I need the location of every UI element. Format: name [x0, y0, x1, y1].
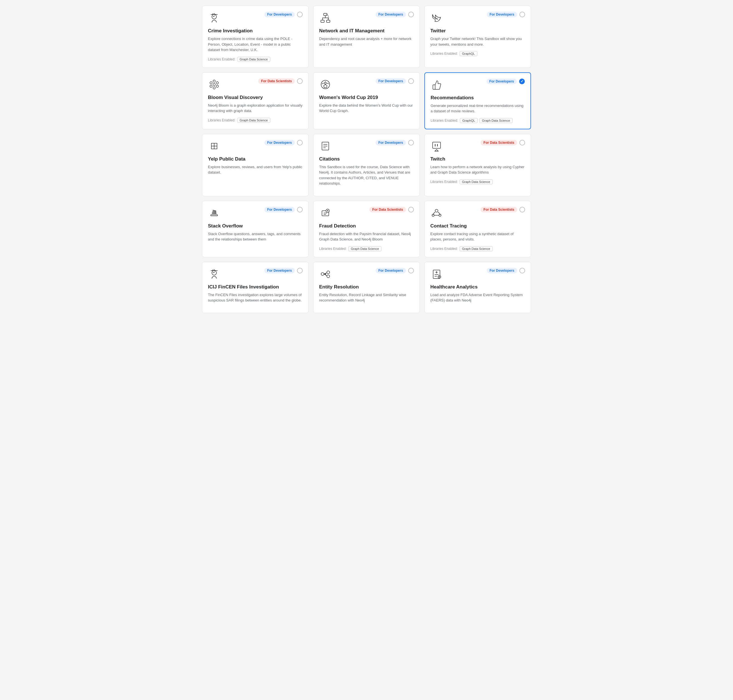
card-meta: For Data Scientists	[481, 140, 525, 146]
card-icon-fraud	[319, 207, 332, 219]
card-twitch[interactable]: For Data Scientists Twitch Learn how to …	[424, 134, 531, 196]
card-meta: For Developers	[487, 79, 525, 84]
libraries-row: Libraries Enabled: Graph Data Science	[319, 246, 414, 251]
card-meta: For Data Scientists	[481, 207, 525, 212]
card-icon-twitch	[430, 140, 443, 152]
radio-circle[interactable]	[408, 12, 414, 17]
card-header: For Developers	[431, 79, 525, 91]
card-title: Stack Overflow	[208, 223, 303, 229]
svg-point-37	[327, 275, 330, 278]
card-header: For Data Scientists	[319, 207, 414, 219]
card-womens-world-cup[interactable]: For Developers Women's World Cup 2019 Ex…	[313, 72, 420, 129]
card-twitter[interactable]: For Developers Twitter Graph your Twitte…	[424, 6, 531, 68]
svg-point-34	[212, 271, 216, 275]
card-meta: For Developers	[375, 78, 414, 84]
libraries-row: Libraries Enabled: Graph Data Science	[208, 57, 303, 62]
card-stackoverflow[interactable]: For Developers Stack Overflow Stack Over…	[202, 201, 309, 257]
card-icon-citations	[319, 140, 332, 152]
library-tag: GraphQL	[459, 51, 477, 56]
libraries-label: Libraries Enabled:	[430, 247, 458, 251]
badge: For Developers	[487, 268, 517, 274]
card-meta: For Data Scientists	[258, 78, 303, 84]
card-bloom[interactable]: For Data Scientists Bloom Visual Discove…	[202, 72, 309, 129]
radio-circle[interactable]	[297, 140, 303, 146]
svg-point-30	[435, 209, 438, 212]
card-title: Yelp Public Data	[208, 156, 303, 162]
radio-circle[interactable]	[408, 207, 414, 212]
badge: For Developers	[264, 140, 295, 146]
card-header: For Data Scientists	[430, 140, 525, 152]
card-desc: Neo4j Bloom is a graph exploration appli…	[208, 103, 303, 114]
card-meta: For Developers	[375, 268, 414, 274]
card-citations[interactable]: For Developers Citations This Sandbox is…	[313, 134, 420, 196]
card-title: Fraud Detection	[319, 223, 414, 229]
card-title: ICIJ FinCEN Files Investigation	[208, 284, 303, 290]
svg-rect-3	[327, 20, 330, 22]
card-meta: For Data Scientists	[369, 207, 414, 212]
badge: For Data Scientists	[258, 78, 295, 84]
radio-circle[interactable]	[520, 207, 525, 212]
card-desc: Entity Resolution, Record Linkage and Si…	[319, 292, 414, 303]
card-desc: Explore contact tracing using a syntheti…	[430, 231, 525, 242]
card-desc: Generate personalized real-time recommen…	[431, 103, 525, 114]
card-meta: For Developers	[375, 140, 414, 146]
card-desc: Explore connections in crime data using …	[208, 36, 303, 53]
card-icon-entity	[319, 268, 332, 280]
radio-circle[interactable]	[297, 207, 303, 212]
card-contact-tracing[interactable]: For Data Scientists Contact Tracing Expl…	[424, 201, 531, 257]
card-title: Women's World Cup 2019	[319, 95, 414, 100]
svg-point-4	[213, 83, 215, 86]
card-header: For Developers	[319, 140, 414, 152]
card-icon-twitter	[430, 12, 443, 24]
radio-checked[interactable]	[519, 79, 525, 84]
libraries-label: Libraries Enabled:	[430, 180, 458, 184]
badge: For Data Scientists	[481, 207, 517, 212]
libraries-row: Libraries Enabled: Graph Data Science	[430, 179, 525, 184]
card-fraud[interactable]: For Data Scientists Fraud Detection Frau…	[313, 201, 420, 257]
radio-circle[interactable]	[408, 78, 414, 84]
card-healthcare[interactable]: For Developers Healthcare Analytics Load…	[424, 262, 531, 313]
card-icon-yelp	[208, 140, 221, 152]
svg-line-24	[212, 211, 216, 212]
card-header: For Developers	[319, 268, 414, 280]
libraries-row: Libraries Enabled: GraphQL	[430, 51, 525, 56]
card-yelp[interactable]: For Developers Yelp Public Data Explore …	[202, 134, 309, 196]
badge: For Data Scientists	[369, 207, 406, 212]
card-meta: For Developers	[264, 140, 303, 146]
svg-rect-21	[211, 215, 218, 216]
svg-point-10	[216, 85, 218, 87]
card-crime-investigation[interactable]: For Developers Crime Investigation Explo…	[202, 6, 309, 68]
radio-circle[interactable]	[520, 12, 525, 17]
card-header: For Developers	[319, 12, 414, 24]
badge: For Developers	[264, 12, 295, 17]
badge: For Developers	[487, 12, 517, 17]
card-entity[interactable]: For Developers Entity Resolution Entity …	[313, 262, 420, 313]
radio-circle[interactable]	[408, 268, 414, 274]
library-tag: Graph Data Science	[459, 179, 493, 184]
svg-point-40	[325, 274, 326, 275]
radio-circle[interactable]	[297, 78, 303, 84]
radio-circle[interactable]	[520, 140, 525, 146]
radio-circle[interactable]	[408, 140, 414, 146]
radio-circle[interactable]	[520, 268, 525, 274]
badge: For Developers	[375, 78, 406, 84]
card-header: For Developers	[208, 12, 303, 24]
card-network-it[interactable]: For Developers Network and IT Management…	[313, 6, 420, 68]
libraries-label: Libraries Enabled:	[431, 119, 458, 122]
card-meta: For Developers	[487, 268, 525, 274]
card-recommendations[interactable]: For Developers Recommendations Generate …	[424, 72, 531, 129]
badge: For Developers	[487, 79, 517, 84]
svg-marker-12	[324, 82, 327, 85]
card-meta: For Developers	[264, 268, 303, 274]
card-title: Network and IT Management	[319, 28, 414, 34]
card-icon-bloom	[208, 78, 221, 91]
libraries-label: Libraries Enabled:	[208, 57, 236, 61]
svg-point-35	[321, 272, 324, 275]
svg-rect-19	[433, 142, 440, 149]
radio-circle[interactable]	[297, 268, 303, 274]
radio-circle[interactable]	[297, 12, 303, 17]
badge: For Developers	[375, 268, 406, 274]
card-icon-network	[319, 12, 332, 24]
card-icij[interactable]: For Developers ICIJ FinCEN Files Investi…	[202, 262, 309, 313]
card-header: For Data Scientists	[430, 207, 525, 219]
